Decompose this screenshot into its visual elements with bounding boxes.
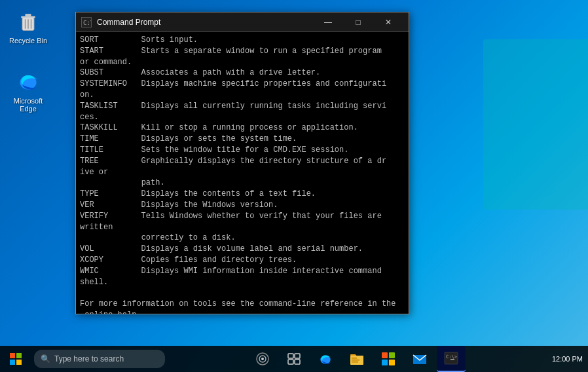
cmd-title-bar: C:\ Command Prompt — □ ✕ (76, 12, 409, 32)
taskbar: 🔍 Type here to search (0, 346, 588, 372)
search-placeholder: Type here to search (54, 354, 124, 363)
cmd-title-icon: C:\ (81, 17, 92, 28)
terminal-content: SORT Sorts input. START Starts a separat… (76, 32, 409, 314)
taskbar-store[interactable] (374, 346, 403, 372)
svg-rect-9 (10, 353, 15, 358)
terminal-text[interactable]: SORT Sorts input. START Starts a separat… (76, 32, 409, 314)
svg-rect-27 (382, 360, 388, 365)
taskbar-mail[interactable] (405, 346, 434, 372)
svg-point-15 (261, 358, 264, 360)
search-icon: 🔍 (41, 354, 50, 363)
cmd-title-text: Command Prompt (97, 18, 313, 27)
edge-desktop-icon[interactable]: MicrosoftEdge (5, 65, 51, 115)
svg-rect-10 (16, 353, 22, 358)
taskbar-edge[interactable] (311, 346, 340, 372)
svg-text:C:\>: C:\> (446, 354, 457, 360)
svg-rect-23 (352, 360, 359, 361)
svg-rect-2 (26, 14, 31, 16)
minimize-button[interactable]: — (313, 12, 343, 32)
svg-rect-19 (295, 360, 300, 364)
title-bar-controls: — □ ✕ (313, 12, 403, 32)
recycle-bin-label: Recycle Bin (9, 37, 47, 45)
recycle-bin-image (15, 8, 41, 34)
taskbar-explorer[interactable] (342, 346, 371, 372)
taskbar-apps: C:\> (168, 346, 547, 372)
desktop: Recycle Bin MicrosoftEdge C:\ Command Pr… (0, 0, 588, 372)
cmd-window: C:\ Command Prompt — □ ✕ SORT Sorts inpu… (75, 12, 409, 314)
svg-rect-26 (389, 352, 395, 358)
recycle-bin-icon[interactable]: Recycle Bin (5, 5, 51, 47)
svg-rect-16 (288, 354, 293, 358)
taskbar-right: 12:00 PM (547, 355, 588, 363)
svg-rect-1 (21, 16, 35, 18)
svg-rect-12 (16, 360, 22, 365)
svg-rect-17 (295, 354, 300, 358)
start-button[interactable] (0, 346, 31, 372)
svg-rect-28 (389, 360, 395, 365)
svg-rect-24 (352, 362, 358, 363)
svg-rect-25 (382, 352, 388, 358)
taskbar-time: 12:00 PM (552, 355, 583, 363)
maximize-button[interactable]: □ (343, 12, 373, 32)
edge-desktop-label: MicrosoftEdge (14, 97, 43, 113)
svg-rect-18 (288, 360, 293, 364)
svg-rect-11 (10, 360, 15, 365)
taskbar-task-view[interactable] (280, 346, 308, 372)
svg-text:C:\: C:\ (83, 20, 91, 26)
taskbar-search[interactable]: 🔍 Type here to search (34, 350, 165, 368)
svg-rect-32 (450, 359, 454, 360)
edge-desktop-image (15, 68, 41, 94)
taskbar-cmd[interactable]: C:\> (437, 346, 466, 372)
close-button[interactable]: ✕ (373, 12, 403, 32)
taskbar-cortana[interactable] (248, 346, 277, 372)
svg-rect-22 (352, 358, 357, 359)
